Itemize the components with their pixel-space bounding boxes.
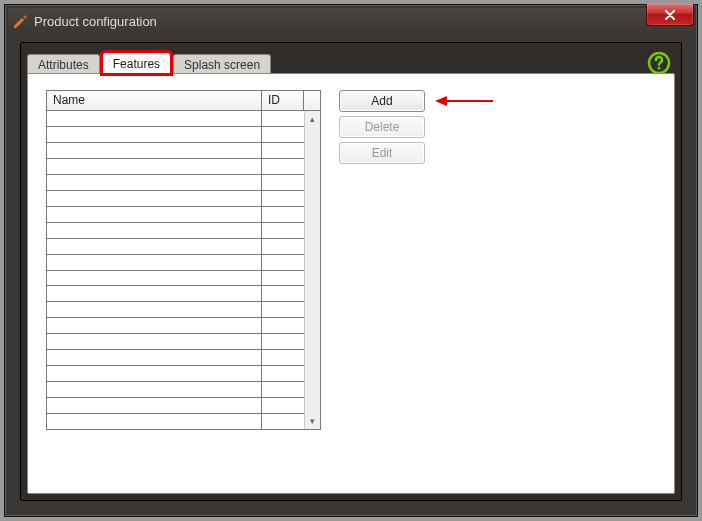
table-row[interactable] [47,334,304,350]
table-row[interactable] [47,302,304,318]
scroll-down-icon[interactable]: ▾ [305,413,320,429]
button-label: Delete [365,120,400,134]
cell-name [47,318,262,333]
column-header-id[interactable]: ID [262,91,304,111]
cell-id [262,127,304,142]
features-table[interactable]: Name ID ▴ ▾ [46,90,321,430]
button-column: Add Delete Edit [339,90,425,164]
cell-id [262,175,304,190]
cell-name [47,207,262,222]
cell-id [262,382,304,397]
cell-name [47,223,262,238]
cell-id [262,207,304,222]
table-row[interactable] [47,271,304,287]
tab-label: Splash screen [184,58,260,72]
table-rows [47,111,304,429]
table-row[interactable] [47,175,304,191]
table-row[interactable] [47,318,304,334]
delete-button: Delete [339,116,425,138]
cell-id [262,414,304,429]
table-header: Name ID [47,91,320,111]
cell-id [262,398,304,413]
table-row[interactable] [47,127,304,143]
cell-name [47,191,262,206]
cell-id [262,159,304,174]
table-row[interactable] [47,111,304,127]
vertical-scrollbar[interactable]: ▴ ▾ [304,111,320,429]
cell-name [47,366,262,381]
table-row[interactable] [47,143,304,159]
panel-content: Name ID ▴ ▾ [28,74,674,493]
cell-id [262,318,304,333]
cell-name [47,271,262,286]
cell-name [47,334,262,349]
cell-id [262,366,304,381]
table-row[interactable] [47,286,304,302]
close-icon [664,10,676,20]
cell-name [47,159,262,174]
cell-name [47,414,262,429]
table-row[interactable] [47,159,304,175]
cell-name [47,143,262,158]
cell-id [262,334,304,349]
tab-panel: Name ID ▴ ▾ [27,73,675,494]
table-row[interactable] [47,366,304,382]
edit-button: Edit [339,142,425,164]
tab-strip: Attributes Features Splash screen [27,49,681,73]
titlebar: Product configuration [8,8,694,34]
cell-name [47,127,262,142]
cell-id [262,143,304,158]
table-row[interactable] [47,414,304,429]
window-title: Product configuration [34,14,157,29]
table-row[interactable] [47,255,304,271]
cell-name [47,286,262,301]
table-row[interactable] [47,191,304,207]
app-icon [12,13,28,29]
cell-id [262,350,304,365]
cell-id [262,302,304,317]
client-area: Attributes Features Splash screen Name I… [20,42,682,501]
cell-id [262,286,304,301]
cell-name [47,255,262,270]
cell-name [47,111,262,126]
tab-label: Attributes [38,58,89,72]
window-inner: Product configuration Attributes [8,8,694,513]
close-button[interactable] [646,4,694,26]
cell-id [262,191,304,206]
button-label: Edit [372,146,393,160]
table-row[interactable] [47,239,304,255]
cell-name [47,382,262,397]
dialog-window: Product configuration Attributes [4,4,698,517]
table-row[interactable] [47,382,304,398]
cell-id [262,271,304,286]
cell-id [262,255,304,270]
button-label: Add [371,94,392,108]
column-header-name[interactable]: Name [47,91,262,111]
tab-label: Features [113,57,160,71]
cell-name [47,175,262,190]
table-row[interactable] [47,223,304,239]
table-row[interactable] [47,350,304,366]
add-button[interactable]: Add [339,90,425,112]
tab-splash-screen[interactable]: Splash screen [173,54,271,74]
cell-name [47,398,262,413]
annotation-arrow-icon [435,94,495,108]
cell-id [262,111,304,126]
svg-marker-3 [435,96,447,106]
table-row[interactable] [47,207,304,223]
cell-name [47,302,262,317]
table-body: ▴ ▾ [47,111,320,429]
tab-features[interactable]: Features [102,52,171,74]
tab-attributes[interactable]: Attributes [27,54,100,74]
table-row[interactable] [47,398,304,414]
cell-id [262,239,304,254]
scroll-up-icon[interactable]: ▴ [305,111,320,127]
cell-id [262,223,304,238]
cell-name [47,350,262,365]
column-header-scroll-spacer [304,91,320,111]
cell-name [47,239,262,254]
